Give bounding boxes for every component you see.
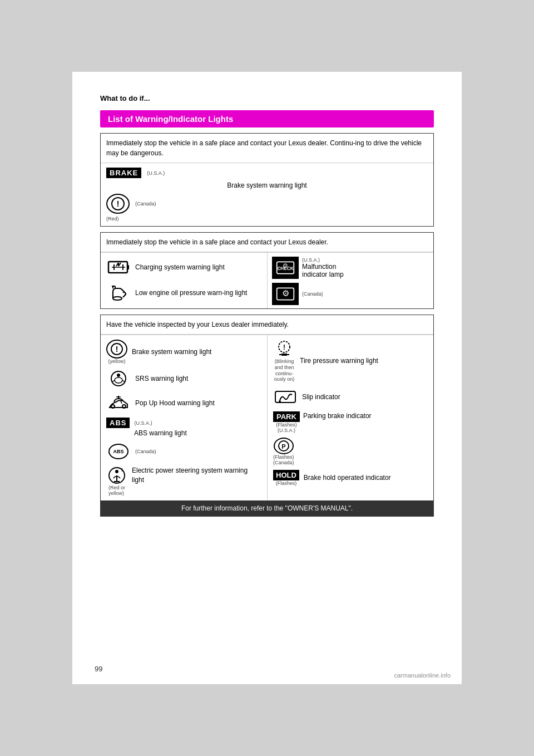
svg-text:⚙: ⚙ bbox=[282, 288, 289, 298]
svg-point-30 bbox=[122, 405, 126, 408]
page: What to do if... List of Warning/Indicat… bbox=[72, 72, 462, 684]
box1-warning-text: Immediately stop the vehicle in a safe p… bbox=[101, 134, 433, 163]
brake-canada-icon: ! bbox=[106, 194, 130, 214]
svg-text:!: ! bbox=[283, 343, 285, 351]
eps-row: ! (Red oryellow) Electric power steering… bbox=[106, 466, 261, 496]
brake-yellow-row: ! (yellow) Brake system warning light bbox=[106, 340, 261, 364]
park-canada-flashes: (Flashes) bbox=[273, 454, 294, 460]
box2-warning-text: Immediately stop the vehicle in a safe p… bbox=[101, 233, 433, 252]
oil-row: Low engine oil pressure warn-ing light bbox=[106, 283, 261, 303]
svg-line-27 bbox=[122, 380, 125, 382]
box3-right: ! (Blinkingand thencontinu-ously on) Tir… bbox=[267, 335, 433, 500]
malfunction-label: Malfunctionindicator lamp bbox=[302, 263, 344, 278]
popup-hood-label: Pop Up Hood warning light bbox=[135, 399, 261, 408]
abs-canada-row: ABS (Canada) bbox=[106, 441, 261, 462]
svg-rect-42 bbox=[275, 391, 295, 402]
abs-usa-sub: (U.S.A.) bbox=[134, 420, 152, 426]
eps-label: Electric power steering system warning l… bbox=[132, 466, 261, 485]
tpms-icon: ! bbox=[273, 340, 295, 359]
box1: Immediately stop the vehicle in a safe p… bbox=[100, 133, 434, 227]
brake-system-label: Brake system warning light bbox=[106, 180, 428, 190]
footer-bar: For further information, refer to the "O… bbox=[101, 500, 433, 516]
park-usa-sub: (U.S.A.) bbox=[278, 428, 295, 433]
brake-canada-label: (Canada) bbox=[135, 201, 156, 207]
hold-row: HOLD (Flashes) Brake hold operated indic… bbox=[273, 470, 428, 486]
abs-usa-label: ABS warning light bbox=[134, 429, 187, 437]
svg-text:!: ! bbox=[116, 345, 118, 354]
section-title: What to do if... bbox=[100, 94, 434, 102]
tpms-label: Tire pressure warning light bbox=[300, 356, 428, 366]
svg-line-26 bbox=[112, 380, 115, 382]
svg-text:!: ! bbox=[121, 467, 123, 473]
hold-icon: HOLD bbox=[273, 470, 299, 480]
hold-sub: (Flashes) bbox=[276, 480, 297, 486]
brake-yellow-label: Brake system warning light bbox=[132, 347, 211, 357]
box3-grid: ! (yellow) Brake system warning light bbox=[101, 335, 433, 500]
check-canada-icon: ⚙ bbox=[273, 284, 298, 304]
park-canada-icon: P bbox=[274, 438, 294, 454]
box2-left: Charging system warning light Low bbox=[101, 253, 267, 308]
svg-text:⚙: ⚙ bbox=[283, 262, 288, 269]
park-usa-label: Parking brake indicator bbox=[303, 411, 428, 421]
box2-right: CHECK ⚙ (U.S.A.) Malfunctionindicator la… bbox=[267, 253, 433, 308]
eps-icon: ! bbox=[106, 466, 127, 485]
svg-text:P: P bbox=[281, 443, 285, 450]
svg-text:!: ! bbox=[117, 199, 120, 208]
brake-usa-label: (U.S.A.) bbox=[147, 170, 165, 176]
svg-point-34 bbox=[115, 470, 118, 473]
brake-yellow-icon: ! bbox=[106, 340, 127, 359]
hold-label: Brake hold operated indicator bbox=[304, 473, 428, 483]
check-usa-icon: CHECK ⚙ bbox=[273, 258, 298, 278]
box3-left: ! (yellow) Brake system warning light bbox=[101, 335, 267, 500]
popup-hood-row: Pop Up Hood warning light bbox=[106, 393, 261, 413]
charging-icon bbox=[106, 257, 131, 277]
oil-label: Low engine oil pressure warn-ing light bbox=[135, 288, 261, 298]
brake-yellow-sub: (yellow) bbox=[108, 359, 125, 364]
svg-rect-41 bbox=[281, 354, 287, 356]
popup-hood-icon bbox=[106, 393, 131, 413]
svg-point-25 bbox=[115, 377, 122, 383]
park-canada-sub: (Canada) bbox=[273, 460, 294, 465]
watermark: carmanualonline.info bbox=[394, 672, 451, 679]
park-usa-row: PARK (Flashes) (U.S.A.) Parking brake in… bbox=[273, 411, 428, 433]
tpms-sub: (Blinkingand thencontinu-ously on) bbox=[274, 359, 295, 382]
park-canada-row: P (Flashes) (Canada) bbox=[273, 438, 428, 465]
box2: Immediately stop the vehicle in a safe p… bbox=[100, 232, 434, 309]
slip-icon bbox=[273, 387, 298, 407]
check-usa-row: CHECK ⚙ (U.S.A.) Malfunctionindicator la… bbox=[273, 257, 428, 278]
eps-sub: (Red oryellow) bbox=[108, 485, 125, 496]
check-canada-sub: (Canada) bbox=[302, 291, 323, 297]
abs-usa-icon: ABS bbox=[106, 418, 130, 428]
svg-point-24 bbox=[117, 374, 120, 377]
charging-label: Charging system warning light bbox=[135, 263, 261, 272]
svg-point-23 bbox=[111, 371, 126, 386]
check-canada-row: ⚙ (Canada) bbox=[273, 284, 428, 304]
abs-canada-icon: ABS bbox=[106, 441, 131, 462]
slip-row: Slip indicator bbox=[273, 387, 428, 407]
svg-point-43 bbox=[279, 400, 281, 402]
check-usa-sub: (U.S.A.) bbox=[302, 257, 344, 263]
charging-row: Charging system warning light bbox=[106, 257, 261, 277]
srs-row: SRS warning light bbox=[106, 369, 261, 389]
page-number: 99 bbox=[95, 665, 102, 673]
header-bar: List of Warning/Indicator Lights bbox=[100, 110, 434, 127]
park-usa-flashes: (Flashes) bbox=[276, 422, 297, 428]
svg-point-10 bbox=[113, 297, 122, 300]
abs-usa-section: ABS (U.S.A.) ABS warning light bbox=[106, 418, 261, 437]
abs-canada-sub: (Canada) bbox=[135, 449, 156, 454]
oil-icon bbox=[106, 283, 131, 303]
srs-icon bbox=[106, 369, 131, 389]
brake-icon: BRAKE bbox=[106, 168, 141, 178]
srs-label: SRS warning light bbox=[135, 374, 261, 384]
brake-red-label: (Red) bbox=[106, 216, 428, 222]
svg-point-31 bbox=[111, 405, 115, 408]
box3-warning-text: Have the vehicle inspected by your Lexus… bbox=[101, 315, 433, 335]
tpms-row: ! (Blinkingand thencontinu-ously on) Tir… bbox=[273, 340, 428, 382]
park-usa-icon: PARK bbox=[273, 411, 300, 422]
svg-line-32 bbox=[121, 401, 122, 404]
svg-rect-3 bbox=[127, 265, 129, 269]
box3: Have the vehicle inspected by your Lexus… bbox=[100, 315, 434, 517]
slip-label: Slip indicator bbox=[302, 392, 428, 402]
